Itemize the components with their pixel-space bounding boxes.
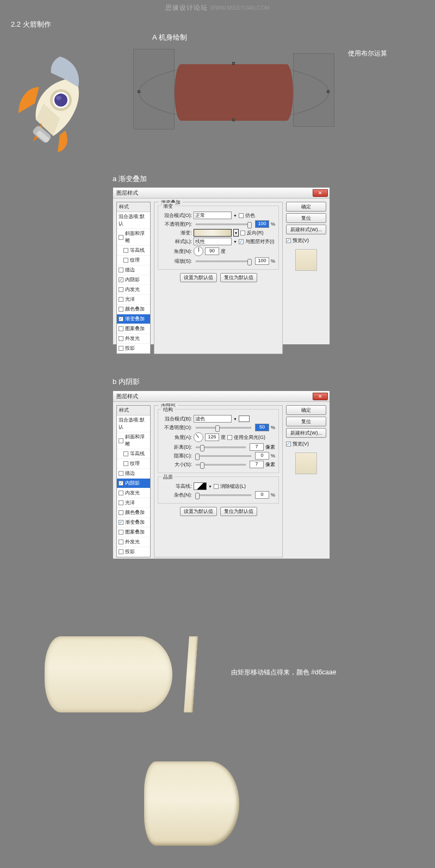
opacity-slider[interactable]	[196, 427, 251, 429]
style-satin[interactable]: 光泽	[117, 498, 150, 508]
global-light-checkbox[interactable]	[227, 435, 232, 440]
style-contour-sub[interactable]: 等高线	[117, 246, 150, 256]
checkbox-icon[interactable]	[119, 540, 123, 544]
checkbox-icon[interactable]	[119, 510, 123, 515]
checkbox-icon[interactable]	[119, 500, 123, 505]
gradient-dropdown-icon[interactable]: ▼	[233, 229, 239, 237]
style-color-overlay[interactable]: 颜色叠加	[117, 508, 150, 518]
angle-input[interactable]: 126	[205, 433, 219, 441]
scale-input[interactable]: 100	[255, 257, 269, 265]
checkbox-icon[interactable]	[119, 438, 123, 443]
opacity-input[interactable]: 50	[255, 424, 269, 431]
checkbox-icon[interactable]	[119, 491, 123, 495]
checkbox-icon[interactable]	[119, 297, 123, 302]
style-pattern-overlay[interactable]: 图案叠加	[117, 324, 150, 334]
style-gradient-overlay[interactable]: ✓渐变叠加	[117, 518, 150, 528]
style-contour-sub[interactable]: 等高线	[117, 449, 150, 459]
scale-slider[interactable]	[196, 261, 251, 262]
style-color-overlay[interactable]: 颜色叠加	[117, 305, 150, 314]
preview-checkbox[interactable]: ✓	[286, 442, 291, 447]
style-texture-sub[interactable]: 纹理	[117, 256, 150, 265]
style-bevel[interactable]: 斜面和浮雕	[117, 432, 150, 449]
checkbox-icon[interactable]	[119, 287, 123, 292]
checkbox-icon[interactable]	[119, 549, 123, 554]
reset-default-button[interactable]: 复位为默认值	[220, 273, 257, 282]
style-stroke[interactable]: 描边	[117, 469, 150, 479]
label-opacity: 不透明度(O):	[161, 424, 192, 431]
new-style-button[interactable]: 新建样式(W)...	[286, 225, 326, 234]
style-texture-sub[interactable]: 纹理	[117, 459, 150, 469]
preview-checkbox[interactable]: ✓	[286, 238, 291, 243]
align-checkbox[interactable]: ✓	[239, 239, 244, 244]
make-default-button[interactable]: 设置为默认值	[180, 507, 217, 516]
intersection-shape	[175, 64, 293, 121]
checkbox-icon[interactable]	[119, 346, 123, 351]
reverse-checkbox[interactable]	[240, 231, 245, 235]
contour-swatch[interactable]	[194, 482, 207, 490]
checkbox-icon[interactable]: ✓	[119, 481, 123, 486]
choke-slider[interactable]	[196, 455, 251, 457]
angle-dial[interactable]	[194, 432, 203, 442]
checkbox-icon[interactable]: ✓	[119, 520, 123, 525]
checkbox-icon[interactable]	[119, 530, 123, 535]
ok-button[interactable]: 确定	[286, 202, 326, 212]
checkbox-icon[interactable]	[119, 336, 123, 341]
style-pattern-overlay[interactable]: 图案叠加	[117, 528, 150, 537]
shadow-color-swatch[interactable]	[239, 416, 250, 422]
checkbox-icon[interactable]	[119, 268, 123, 272]
checkbox-icon[interactable]	[119, 326, 123, 331]
style-satin[interactable]: 光泽	[117, 295, 150, 305]
checkbox-icon[interactable]: ✓	[119, 277, 123, 282]
checkbox-icon[interactable]: ✓	[119, 317, 123, 321]
checkbox-icon[interactable]	[119, 471, 123, 476]
choke-input[interactable]: 0	[255, 452, 269, 460]
noise-slider[interactable]	[196, 494, 251, 496]
checkbox-icon[interactable]	[123, 461, 128, 466]
cancel-button[interactable]: 复位	[286, 213, 326, 223]
checkbox-icon[interactable]	[119, 307, 123, 312]
angle-input[interactable]: 90	[205, 247, 219, 255]
cancel-button[interactable]: 复位	[286, 417, 326, 426]
style-drop-shadow[interactable]: 投影	[117, 547, 150, 557]
blend-mode-select[interactable]: 滤色	[194, 415, 232, 423]
distance-slider[interactable]	[196, 447, 246, 448]
style-inner-shadow[interactable]: ✓内阴影	[117, 479, 150, 488]
style-blend-default[interactable]: 混合选项:默认	[117, 416, 150, 432]
style-inner-shadow[interactable]: ✓内阴影	[117, 275, 150, 285]
watermark: 思缘设计论坛 WWW.MISSYUAN.COM	[0, 3, 435, 13]
noise-input[interactable]: 0	[255, 491, 269, 499]
dither-checkbox[interactable]	[239, 213, 244, 218]
blend-mode-select[interactable]: 正常	[194, 212, 232, 219]
style-inner-glow[interactable]: 内发光	[117, 488, 150, 498]
make-default-button[interactable]: 设置为默认值	[180, 273, 217, 282]
opacity-input[interactable]: 100	[255, 220, 269, 228]
size-input[interactable]: 7	[250, 461, 264, 468]
style-drop-shadow[interactable]: 投影	[117, 344, 150, 354]
style-gradient-overlay[interactable]: ✓渐变叠加	[117, 314, 150, 324]
opacity-slider[interactable]	[196, 224, 251, 225]
antialias-checkbox[interactable]	[214, 484, 219, 489]
checkbox-icon[interactable]	[123, 248, 128, 253]
ok-button[interactable]: 确定	[286, 405, 326, 415]
reset-default-button[interactable]: 复位为默认值	[220, 507, 257, 516]
style-bevel[interactable]: 斜面和浮雕	[117, 229, 150, 246]
new-style-button[interactable]: 新建样式(W)...	[286, 428, 326, 438]
checkbox-icon[interactable]	[119, 235, 123, 240]
distance-input[interactable]: 7	[250, 443, 264, 451]
checkbox-icon[interactable]	[123, 451, 128, 456]
style-outer-glow[interactable]: 外发光	[117, 537, 150, 547]
gradient-swatch[interactable]	[194, 229, 232, 237]
antialias-label: 消除锯齿(L)	[220, 483, 246, 490]
checkbox-icon[interactable]	[123, 258, 128, 263]
preview-label: 预览(V)	[293, 441, 309, 448]
style-blend-default[interactable]: 混合选项:默认	[117, 212, 150, 229]
style-inner-glow[interactable]: 内发光	[117, 285, 150, 295]
angle-dial[interactable]	[194, 246, 203, 256]
style-stroke[interactable]: 描边	[117, 265, 150, 275]
size-slider[interactable]	[196, 464, 246, 466]
style-outer-glow[interactable]: 外发光	[117, 334, 150, 344]
preview-label: 预览(V)	[293, 237, 309, 244]
close-icon[interactable]: ✕	[313, 393, 328, 400]
gradient-style-select[interactable]: 线性	[194, 238, 232, 245]
close-icon[interactable]: ✕	[313, 189, 328, 197]
